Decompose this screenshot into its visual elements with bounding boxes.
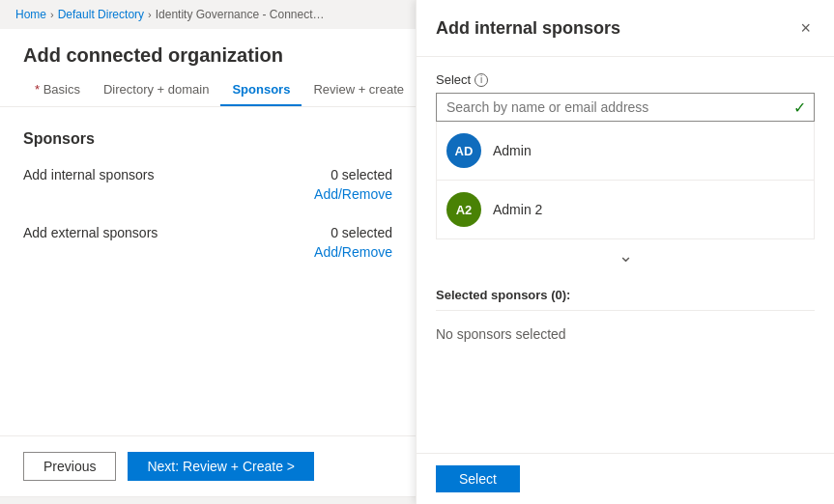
- panel-footer: Select: [417, 453, 834, 504]
- panel-body: Select i ✓ AD Admin A2 Admin 2 ⌄ Selecte…: [417, 57, 834, 453]
- add-internal-sponsors-panel: Add internal sponsors × Select i ✓ AD Ad…: [416, 0, 834, 504]
- internal-sponsors-label: Add internal sponsors: [23, 167, 154, 182]
- avatar: A2: [446, 192, 481, 227]
- chevron-icon-2: ›: [148, 9, 152, 20]
- internal-sponsors-right: 0 selected Add/Remove: [314, 167, 392, 202]
- search-check-icon: ✓: [786, 98, 814, 117]
- tab-basics[interactable]: Basics: [23, 74, 92, 106]
- internal-sponsors-row: Add internal sponsors 0 selected Add/Rem…: [23, 167, 392, 202]
- external-sponsors-count: 0 selected: [314, 225, 392, 240]
- section-title-sponsors: Sponsors: [23, 130, 392, 148]
- search-box: ✓: [436, 93, 815, 122]
- external-sponsors-right: 0 selected Add/Remove: [314, 225, 392, 260]
- list-item[interactable]: AD Admin: [437, 122, 814, 181]
- select-label: Select i: [436, 72, 815, 87]
- selected-sponsors-title: Selected sponsors (0):: [436, 288, 815, 311]
- next-button[interactable]: Next: Review + Create >: [128, 452, 314, 481]
- breadcrumb-current: Identity Governance - Connected organ...: [156, 8, 330, 21]
- more-results-indicator: ⌄: [436, 239, 815, 272]
- main-page: Home › Default Directory › Identity Gove…: [0, 0, 416, 504]
- page-title: Add connected organization: [0, 29, 416, 74]
- breadcrumb-directory[interactable]: Default Directory: [58, 8, 144, 21]
- info-icon[interactable]: i: [475, 73, 488, 87]
- page-content: Sponsors Add internal sponsors 0 selecte…: [0, 107, 416, 435]
- internal-sponsors-count: 0 selected: [314, 167, 392, 182]
- user-name-admin: Admin: [493, 143, 532, 158]
- close-button[interactable]: ×: [796, 15, 815, 41]
- list-item[interactable]: A2 Admin 2: [437, 181, 814, 238]
- panel-header: Add internal sponsors ×: [417, 0, 834, 57]
- tab-sponsors[interactable]: Sponsors: [220, 74, 302, 106]
- selected-sponsors-section: Selected sponsors (0): No sponsors selec…: [436, 288, 815, 350]
- breadcrumb: Home › Default Directory › Identity Gove…: [0, 0, 416, 29]
- external-sponsors-label: Add external sponsors: [23, 225, 158, 240]
- tab-directory-domain[interactable]: Directory + domain: [92, 74, 220, 106]
- external-sponsors-add-remove[interactable]: Add/Remove: [314, 244, 392, 260]
- search-input[interactable]: [437, 94, 786, 121]
- external-sponsors-row: Add external sponsors 0 selected Add/Rem…: [23, 225, 392, 260]
- user-name-admin2: Admin 2: [493, 202, 542, 217]
- tab-review-create[interactable]: Review + create: [302, 74, 416, 106]
- internal-sponsors-add-remove[interactable]: Add/Remove: [314, 186, 392, 202]
- user-list: AD Admin A2 Admin 2: [436, 122, 815, 239]
- breadcrumb-home[interactable]: Home: [15, 8, 46, 21]
- select-button[interactable]: Select: [436, 465, 520, 492]
- user-list-wrapper: AD Admin A2 Admin 2 ⌄: [436, 122, 815, 272]
- no-sponsors-text: No sponsors selected: [436, 319, 815, 350]
- previous-button[interactable]: Previous: [23, 452, 116, 481]
- avatar: AD: [446, 133, 481, 168]
- horizontal-scrollbar[interactable]: [0, 496, 416, 504]
- tabs-bar: Basics Directory + domain Sponsors Revie…: [0, 74, 416, 107]
- chevron-icon-1: ›: [50, 9, 54, 20]
- panel-title: Add internal sponsors: [436, 18, 620, 39]
- page-footer: Previous Next: Review + Create >: [0, 435, 416, 496]
